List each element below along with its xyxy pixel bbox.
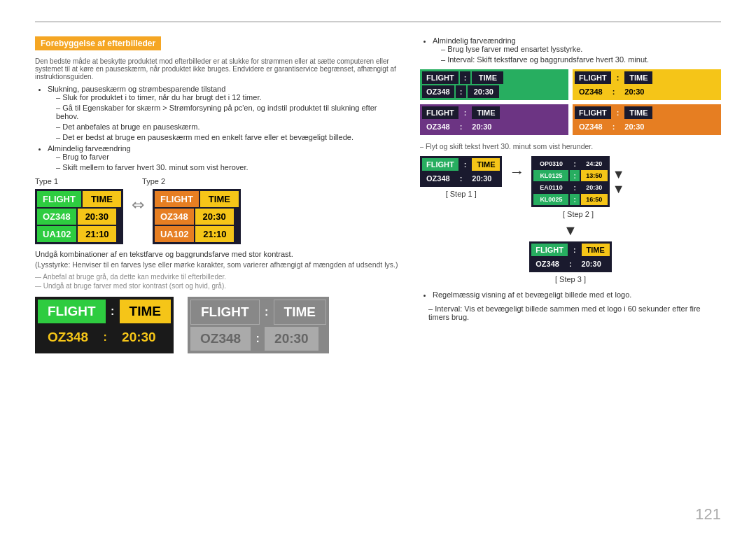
large-header-grey-row: FLIGHT : TIME <box>190 300 326 325</box>
mb3-time: TIME <box>472 106 500 119</box>
board-type2: FLIGHT TIME OZ348 20:30 UA102 21:10 <box>153 189 241 244</box>
grey-note-2: — Undgå at bruge farver med stor kontras… <box>35 282 399 290</box>
large-flight-dark: FLIGHT <box>38 300 106 323</box>
mb1-oz: OZ348 <box>422 85 454 98</box>
step3-oz-row: OZ348 : 20:30 <box>531 258 609 270</box>
large-board-dark: FLIGHT : TIME OZ348 : 20:30 <box>35 297 174 353</box>
mb1-colon2: : <box>456 85 467 98</box>
cell-time-1: TIME <box>83 191 121 207</box>
bullet-list-1: Slukning, pauseskærm og strømbesparende … <box>35 85 399 171</box>
step3-label: [ Step 3 ] <box>555 275 586 283</box>
s2-r3-time: 20:30 <box>581 182 608 193</box>
mini-board-4: FLIGHT : TIME OZ348 : 20:30 <box>573 104 721 135</box>
cell-2030-1: 20:30 <box>78 209 116 225</box>
large-colon2-dark: : <box>100 325 110 349</box>
board-row-oz-2: OZ348 20:30 <box>155 209 239 225</box>
s2-r4-time: 16:50 <box>581 194 608 205</box>
bullet-item-2: Almindelig farveændring Brug to farver S… <box>48 144 399 171</box>
mb2-flight: FLIGHT <box>575 71 611 84</box>
mb1-time: TIME <box>472 71 503 84</box>
s2-r2-colon: : <box>570 170 579 181</box>
s3-flight: FLIGHT <box>531 244 568 256</box>
right-column: Almindelig farveændring Brug lyse farver… <box>420 36 721 520</box>
right-sub-1b: Interval: Skift tekstfarve og baggrundsf… <box>441 55 721 64</box>
right-bullet-list: Almindelig farveændring Brug lyse farver… <box>420 36 721 64</box>
cell-oz348-1: OZ348 <box>37 209 76 225</box>
mb2-val: 20:30 <box>620 85 648 98</box>
mini-board-3: FLIGHT : TIME OZ348 : 20:30 <box>420 104 568 135</box>
bottom-sub-note-2: Interval: Vis et bevægeligt billede samm… <box>428 304 721 321</box>
s3-colon2: : <box>565 258 576 270</box>
step2-row3: EA0110 : 20:30 <box>533 182 607 193</box>
large-colon-dark: : <box>108 300 118 323</box>
mb2-time: TIME <box>624 71 652 84</box>
step2-row1: OP0310 : 24:20 <box>533 158 607 169</box>
step3-section: ▼ FLIGHT : TIME OZ348 : 20:30 [ Step 3 ] <box>420 223 721 283</box>
type1-label: Type 1 <box>35 177 58 185</box>
s1-colon: : <box>460 158 471 171</box>
cell-flight-2: FLIGHT <box>155 191 199 207</box>
step1-label: [ Step 1 ] <box>446 190 477 198</box>
two-boards-section: FLIGHT TIME OZ348 20:30 UA102 21:10 ⇔ <box>35 189 399 244</box>
cell-time-2: TIME <box>200 191 239 207</box>
large-colon2-grey: : <box>253 327 262 351</box>
large-oz-grey: OZ348 <box>190 327 251 351</box>
s2-r2-flight: KL0125 <box>533 170 568 181</box>
s2-r1-flight: OP0310 <box>533 158 568 169</box>
step2-row2: KL0125 : 13:50 <box>533 170 607 181</box>
sub-item-2a: Brug to farver <box>56 153 399 161</box>
large-time-grey: TIME <box>274 300 326 325</box>
s1-colon2: : <box>456 172 467 185</box>
mb3-oz-row: OZ348 : 20:30 <box>422 120 566 133</box>
cell-flight-1: FLIGHT <box>37 191 81 207</box>
sub-list-2: Brug to farver Skift mellem to farver hv… <box>48 153 399 171</box>
bottom-note-1: Regelmæssig visning af et bevægeligt bil… <box>433 290 721 299</box>
step-note: – Flyt og skift tekst hvert 30. minut so… <box>420 142 721 150</box>
mb2-colon: : <box>612 71 624 84</box>
sub-item-1d: Det er bedst at bruge en pauseskærm med … <box>56 133 399 141</box>
step3-header: FLIGHT : TIME <box>531 244 609 256</box>
bottom-sub-list: Interval: Vis et bevægeligt billede samm… <box>420 304 721 321</box>
page-number: 121 <box>695 505 721 524</box>
large-oz-row: OZ348 : 20:30 <box>38 325 171 349</box>
cell-ua102-2: UA102 <box>155 226 194 242</box>
step1-header: FLIGHT : TIME <box>422 158 500 171</box>
large-oz-dark: OZ348 <box>38 325 98 349</box>
swap-arrow: ⇔ <box>132 189 144 214</box>
section-title: Forebyggelse af efterbilleder <box>35 36 161 50</box>
s1-val: 20:30 <box>468 172 496 185</box>
s1-oz: OZ348 <box>422 172 454 185</box>
large-board-grey: FLIGHT : TIME OZ348 : 20:30 <box>188 297 329 353</box>
s2-r4-flight: KL0025 <box>533 194 568 205</box>
s3-oz: OZ348 <box>531 258 564 270</box>
large-boards: FLIGHT : TIME OZ348 : 20:30 FLIGHT : <box>35 297 399 353</box>
left-column: Forebyggelse af efterbilleder Den bedste… <box>35 36 399 520</box>
s2-r4-colon: : <box>570 194 579 205</box>
s2-r3-colon: : <box>570 182 579 193</box>
s2-r3-flight: EA0110 <box>533 182 568 193</box>
large-colon-grey: : <box>262 300 272 325</box>
scroll-arrows: ▼ ▼ <box>612 167 625 197</box>
grey-note-1: — Anbefal at bruge grå, da dette kan med… <box>35 273 399 281</box>
mb3-colon2: : <box>456 120 467 133</box>
right-bullet-1: Almindelig farveændring Brug lyse farver… <box>433 36 721 64</box>
bullet-item-1: Slukning, pauseskærm og strømbesparende … <box>48 85 399 141</box>
step-right-arrow: → <box>509 163 524 181</box>
mb4-header: FLIGHT : TIME <box>575 106 719 119</box>
contrast-note: Undgå kombinationer af en tekstfarve og … <box>35 250 399 258</box>
step2-board-wrap: OP0310 : 24:20 KL0125 : 13:50 EA0110 <box>531 156 624 207</box>
mb1-val: 20:30 <box>468 85 499 98</box>
intro-note: Den bedste måde at beskytte produktet mo… <box>35 57 399 80</box>
mb2-oz: OZ348 <box>575 85 607 98</box>
step2-board: OP0310 : 24:20 KL0125 : 13:50 EA0110 <box>531 156 609 207</box>
mb1-header: FLIGHT : TIME <box>422 71 566 84</box>
mb1-colon: : <box>460 71 471 84</box>
mb4-oz-row: OZ348 : 20:30 <box>575 120 719 133</box>
step3-board: FLIGHT : TIME OZ348 : 20:30 <box>529 241 611 272</box>
mini-boards-grid: FLIGHT : TIME OZ348 : 20:30 FLIGHT : <box>420 69 721 135</box>
bottom-notes: Regelmæssig visning af et bevægeligt bil… <box>420 290 721 321</box>
step2-box: OP0310 : 24:20 KL0125 : 13:50 EA0110 <box>531 156 624 218</box>
s2-r1-time: 24:20 <box>581 158 608 169</box>
down-arrow-2: ▼ <box>612 182 625 197</box>
cell-oz348-2: OZ348 <box>155 209 194 225</box>
